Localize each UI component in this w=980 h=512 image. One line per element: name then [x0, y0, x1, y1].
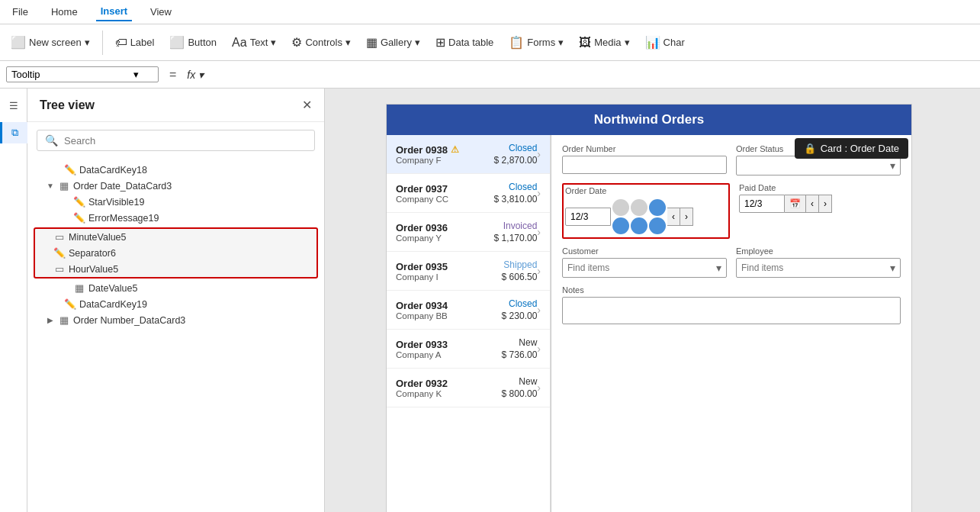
tree-item-separator6[interactable]: ✏️ Separator6 [35, 245, 316, 261]
time-circle-3[interactable] [649, 199, 666, 216]
form-label-paiddate: Paid Date [739, 183, 901, 192]
tree-search-input[interactable] [64, 135, 307, 147]
time-circle-4[interactable] [612, 217, 629, 234]
tree-search[interactable]: 🔍 [37, 130, 315, 151]
menu-view[interactable]: View [146, 3, 176, 21]
chevron-down-icon-formula[interactable]: ▾ [133, 69, 139, 80]
order-company-0936: Company Y [396, 233, 494, 243]
chevron-icon-employee[interactable]: ▾ [890, 262, 895, 274]
expand-icon[interactable]: ▼ [46, 182, 55, 190]
list-item-0937[interactable]: Order 0937 Company CC Closed $ 3,810.00 … [387, 174, 550, 213]
list-item-0936[interactable]: Order 0936 Company Y Invoiced $ 1,170.00… [387, 213, 550, 252]
tree-item-datacardkey19[interactable]: ✏️ DataCardKey19 [27, 296, 324, 312]
tree-content: ✏️ DataCardKey18 ▼ ▦ Order Date_DataCard… [27, 159, 324, 512]
lock-icon: 🔒 [804, 143, 816, 154]
time-circle-5[interactable] [631, 217, 647, 234]
forms-button[interactable]: 📋 Forms ▾ [503, 32, 570, 53]
order-list: Order 0938 ⚠ Company F Closed $ 2,870.00… [387, 135, 551, 512]
list-item-0938[interactable]: Order 0938 ⚠ Company F Closed $ 2,870.00… [387, 135, 550, 174]
chevron-down-icon-text: ▾ [271, 37, 276, 48]
text-button[interactable]: Aa Text ▾ [226, 33, 282, 53]
list-item-0933[interactable]: Order 0933 Company A New $ 736.00 › [387, 330, 550, 369]
order-amount-0932: $ 800.00 [502, 388, 538, 399]
sidebar-icons: ☰ ⧉ [0, 89, 27, 512]
data-table-button[interactable]: ⊞ Data table [429, 32, 500, 53]
list-item-0932[interactable]: Order 0932 Company K New $ 800.00 › [387, 369, 550, 407]
list-chevron-0935: › [537, 265, 541, 277]
formula-equals: = [165, 68, 181, 82]
tree-item-hourvalue5[interactable]: ▭ HourValue5 [35, 261, 316, 277]
form-field-notes: Notes [562, 285, 901, 327]
tooltip-text: Card : Order Date [821, 143, 899, 154]
chevron-down-icon-controls: ▾ [345, 37, 351, 48]
list-item-0935[interactable]: Order 0935 Company I Shipped $ 606.50 › [387, 252, 550, 291]
tree-item-ordernumber-datacard[interactable]: ▶ ▦ Order Number_DataCard3 [27, 312, 324, 328]
order-status-0933: New [519, 337, 537, 348]
tree-item-datacardkey18[interactable]: ✏️ DataCardKey18 [27, 162, 324, 178]
order-status-0934: Closed [509, 298, 537, 309]
list-chevron-0938: › [537, 148, 541, 160]
menu-home[interactable]: Home [47, 3, 82, 21]
form-label-employee: Employee [736, 246, 901, 256]
expand-icon-2[interactable]: ▶ [46, 316, 55, 324]
form-input-employee[interactable] [741, 262, 890, 273]
form-input-notes[interactable] [562, 297, 901, 324]
order-info-0932: Order 0932 Company K [396, 378, 502, 398]
ribbon: ⬜ New screen ▾ 🏷 Label ⬜ Button Aa Text … [0, 24, 980, 61]
forms-icon: 📋 [509, 35, 524, 50]
button-button[interactable]: ⬜ Button [163, 32, 223, 53]
sidebar-icon-layers[interactable]: ⧉ [0, 122, 27, 143]
nav-left-orderdate[interactable]: ‹ [667, 208, 680, 226]
tree-close-button[interactable]: ✕ [302, 98, 312, 112]
order-right-0938: Closed $ 2,870.00 [494, 143, 538, 166]
controls-button[interactable]: ⚙ Controls ▾ [285, 32, 356, 53]
tree-item-icon-group2: ▦ [58, 314, 70, 326]
tree-item-minutevalue5[interactable]: ▭ MinuteValue5 [35, 229, 316, 245]
order-info-0935: Order 0935 Company I [396, 261, 502, 282]
tree-item-icon-rect1: ▭ [53, 231, 66, 243]
tree-item-orderdate-datacard[interactable]: ▼ ▦ Order Date_DataCard3 [27, 178, 324, 194]
fx-label: fx [187, 69, 195, 81]
formula-dropdown[interactable]: ▾ [6, 66, 159, 82]
form-input-ordernumber[interactable] [562, 156, 727, 174]
cal-btn-paiddate[interactable]: 📅 [785, 195, 806, 213]
nav-right-paiddate[interactable]: › [819, 195, 832, 213]
formula-bar: ▾ = fx ▾ [0, 61, 980, 89]
formula-fx[interactable]: fx ▾ [187, 69, 204, 81]
time-circle-1[interactable] [612, 199, 629, 216]
list-item-0934[interactable]: Order 0934 Company BB Closed $ 230.00 › [387, 291, 550, 330]
order-right-0937: Closed $ 3,810.00 [494, 182, 538, 204]
controls-icon: ⚙ [291, 35, 302, 50]
sidebar-icon-hamburger[interactable]: ☰ [3, 95, 24, 116]
list-chevron-0937: › [537, 187, 541, 199]
new-screen-button[interactable]: ⬜ New screen ▾ [5, 32, 96, 53]
new-screen-icon: ⬜ [11, 35, 26, 50]
order-amount-0933: $ 736.00 [502, 349, 538, 360]
tree-item-icon-edit: ✏️ [64, 164, 76, 175]
chevron-icon-customer[interactable]: ▾ [716, 262, 721, 274]
form-row-3: Customer ▾ Employee ▾ [562, 246, 901, 278]
nav-right-orderdate[interactable]: › [680, 208, 693, 226]
chart-button[interactable]: 📊 Char [639, 32, 691, 53]
time-circle-2[interactable] [631, 199, 647, 216]
form-row-2: Order Date [562, 183, 901, 239]
form-input-orderdate[interactable] [565, 208, 611, 226]
tree-item-datevalue5[interactable]: ▦ DateValue5 [27, 280, 324, 296]
tooltip-card: 🔒 Card : Order Date [795, 138, 908, 159]
media-icon: 🖼 [579, 36, 591, 50]
chevron-icon-status[interactable]: ▾ [890, 159, 895, 172]
gallery-button[interactable]: ▦ Gallery ▾ [360, 32, 426, 53]
form-label-orderdate: Order Date [565, 186, 727, 195]
label-button[interactable]: 🏷 Label [109, 33, 161, 53]
form-input-customer[interactable] [567, 262, 716, 273]
tree-item-errormessage19[interactable]: ✏️ ErrorMessage19 [27, 210, 324, 226]
form-input-paiddate[interactable] [739, 195, 785, 213]
form-input-orderstatus[interactable] [741, 160, 890, 171]
time-circle-6[interactable] [649, 217, 666, 234]
menu-insert[interactable]: Insert [96, 2, 132, 21]
menu-file[interactable]: File [8, 3, 33, 21]
tree-item-starvisible19[interactable]: ✏️ StarVisible19 [27, 194, 324, 210]
formula-dropdown-input[interactable] [11, 69, 133, 80]
nav-left-paiddate[interactable]: ‹ [806, 195, 819, 213]
media-button[interactable]: 🖼 Media ▾ [573, 33, 635, 53]
